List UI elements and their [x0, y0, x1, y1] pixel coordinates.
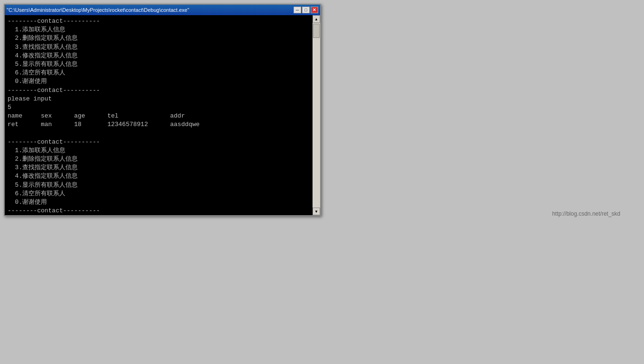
scroll-thumb[interactable]	[313, 24, 320, 38]
window-body: --------contact---------- 1.添加联系人信息 2.删除…	[5, 15, 320, 215]
minimize-button[interactable]: ─	[294, 7, 301, 13]
watermark-text: http://blog.csdn.net/ret_skd	[552, 210, 620, 217]
window-title: "C:\Users\Administrator\Desktop\MyProjec…	[7, 7, 189, 13]
window-controls: ─ □ ✕	[294, 7, 318, 13]
scrollbar[interactable]: ▲ ▼	[313, 15, 320, 215]
close-button[interactable]: ✕	[311, 7, 318, 13]
titlebar: "C:\Users\Administrator\Desktop\MyProjec…	[5, 5, 320, 15]
scroll-track[interactable]	[313, 23, 320, 208]
scroll-down-button[interactable]: ▼	[313, 208, 320, 215]
console-window: "C:\Users\Administrator\Desktop\MyProjec…	[4, 4, 321, 216]
maximize-button[interactable]: □	[302, 7, 310, 13]
scroll-up-button[interactable]: ▲	[313, 15, 320, 23]
terminal-output[interactable]: --------contact---------- 1.添加联系人信息 2.删除…	[5, 15, 313, 215]
